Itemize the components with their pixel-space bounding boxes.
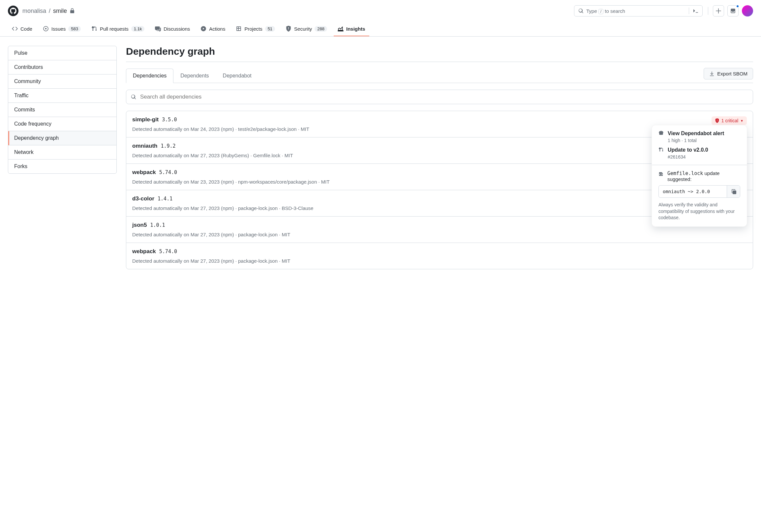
repo-nav-insights[interactable]: Insights bbox=[334, 22, 369, 36]
repo-nav-pull-requests[interactable]: Pull requests1.1k bbox=[88, 22, 148, 36]
download-icon bbox=[709, 71, 715, 77]
shield-alert-icon bbox=[715, 118, 720, 123]
suggested-code: omniauth ~> 2.0.0 bbox=[659, 186, 727, 197]
dependabot-icon bbox=[659, 131, 664, 136]
unread-badge bbox=[736, 5, 739, 8]
dependency-meta: Detected automatically on Mar 27, 2023 (… bbox=[132, 232, 747, 237]
sidebar-item-commits[interactable]: Commits bbox=[8, 103, 116, 117]
dependency-search[interactable] bbox=[126, 90, 753, 104]
dependency-name[interactable]: json5 bbox=[132, 222, 147, 229]
user-avatar[interactable] bbox=[742, 5, 753, 17]
suggestion-disclaimer: Always verify the validity and compatibi… bbox=[659, 202, 740, 221]
dependency-tabs: DependenciesDependentsDependabot bbox=[126, 68, 259, 83]
dependency-row: webpack5.74.0Detected automatically on M… bbox=[126, 243, 753, 269]
tab-dependents[interactable]: Dependents bbox=[173, 69, 216, 83]
dependency-version: 5.74.0 bbox=[159, 248, 177, 254]
file-update-suggested: Gemfile.lock update suggested: bbox=[659, 170, 740, 182]
dependency-version: 1.9.2 bbox=[161, 143, 176, 149]
tab-dependencies[interactable]: Dependencies bbox=[126, 69, 173, 83]
dependency-name[interactable]: webpack bbox=[132, 248, 156, 255]
global-search[interactable]: Type / to search bbox=[574, 5, 703, 17]
sidebar-item-forks[interactable]: Forks bbox=[8, 160, 116, 173]
dependency-search-input[interactable] bbox=[140, 93, 748, 100]
lock-icon bbox=[70, 8, 75, 14]
search-icon bbox=[131, 94, 136, 100]
severity-badge[interactable]: 1 critical▼ bbox=[712, 116, 747, 125]
dependency-name[interactable]: webpack bbox=[132, 169, 156, 176]
notifications-button[interactable] bbox=[728, 5, 738, 17]
dependency-meta: Detected automatically on Mar 24, 2023 (… bbox=[132, 126, 712, 132]
dependency-name[interactable]: simple-git bbox=[132, 116, 158, 123]
dependency-name[interactable]: d3-color bbox=[132, 195, 154, 202]
sidebar-item-traffic[interactable]: Traffic bbox=[8, 89, 116, 103]
dependency-name[interactable]: omniauth bbox=[132, 143, 158, 149]
dependency-meta: Detected automatically on Mar 27, 2023 (… bbox=[132, 258, 747, 264]
create-new-button[interactable] bbox=[713, 5, 724, 17]
repo-nav-issues[interactable]: Issues583 bbox=[39, 22, 85, 36]
repo-nav-security[interactable]: Security288 bbox=[282, 22, 331, 36]
repo-nav-discussions[interactable]: Discussions bbox=[151, 22, 194, 36]
insights-sidebar: PulseContributorsCommunityTrafficCommits… bbox=[8, 46, 117, 174]
breadcrumb: monalisa / smile bbox=[23, 8, 75, 15]
dependency-meta: Detected automatically on Mar 27, 2023 (… bbox=[132, 153, 716, 158]
repo-nav-actions[interactable]: Actions bbox=[197, 22, 229, 36]
copy-icon bbox=[731, 189, 736, 194]
sidebar-item-contributors[interactable]: Contributors bbox=[8, 60, 116, 75]
caret-down-icon: ▼ bbox=[740, 119, 743, 123]
breadcrumb-owner[interactable]: monalisa bbox=[23, 8, 46, 15]
dependency-version: 1.4.1 bbox=[158, 196, 172, 202]
breadcrumb-sep: / bbox=[49, 8, 50, 15]
copy-suggestion-button[interactable] bbox=[727, 186, 740, 197]
update-to-version[interactable]: Update to v2.0.0 bbox=[659, 147, 740, 153]
sidebar-item-network[interactable]: Network bbox=[8, 145, 116, 160]
sidebar-item-code-frequency[interactable]: Code frequency bbox=[8, 117, 116, 131]
repo-nav-projects[interactable]: Projects51 bbox=[232, 22, 279, 36]
file-code-icon bbox=[659, 171, 664, 177]
sidebar-item-community[interactable]: Community bbox=[8, 75, 116, 89]
dependency-version: 1.0.1 bbox=[150, 222, 165, 228]
slash-key: / bbox=[599, 9, 603, 14]
search-icon bbox=[578, 8, 584, 14]
dependency-version: 3.5.0 bbox=[162, 117, 177, 123]
dependency-version: 5.74.0 bbox=[159, 169, 177, 175]
tab-dependabot[interactable]: Dependabot bbox=[216, 69, 259, 83]
sidebar-item-dependency-graph[interactable]: Dependency graph bbox=[8, 131, 116, 145]
view-dependabot-alert[interactable]: View Dependabot alert bbox=[659, 131, 740, 136]
repo-nav-code[interactable]: Code bbox=[8, 22, 36, 36]
github-logo[interactable] bbox=[8, 6, 19, 16]
breadcrumb-repo[interactable]: smile bbox=[53, 8, 67, 15]
sidebar-item-pulse[interactable]: Pulse bbox=[8, 46, 116, 60]
page-title: Dependency graph bbox=[126, 46, 753, 57]
dependency-actions-popover: View Dependabot alert 1 high · 1 total U… bbox=[652, 125, 747, 227]
inbox-icon bbox=[730, 8, 736, 14]
command-palette-icon[interactable] bbox=[693, 8, 698, 14]
plus-icon bbox=[716, 8, 722, 14]
git-pull-request-icon bbox=[659, 147, 664, 152]
repo-nav: CodeIssues583Pull requests1.1kDiscussion… bbox=[0, 22, 761, 36]
export-sbom-button[interactable]: Export SBOM bbox=[704, 68, 753, 80]
